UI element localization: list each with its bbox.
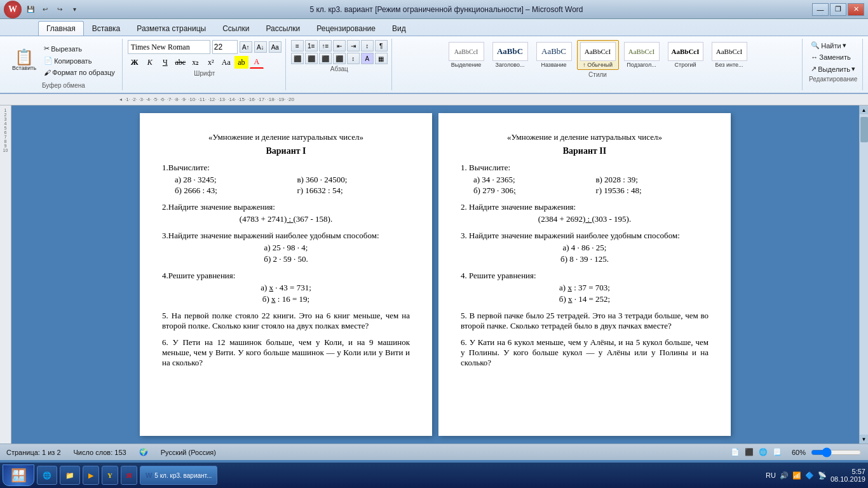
clear-format-button[interactable]: Aa [269,41,281,53]
format-painter-button[interactable]: 🖌Формат по образцу [41,67,118,78]
cut-button[interactable]: ✂Вырезать [41,43,118,54]
view-draft-icon[interactable]: 📃 [773,448,782,456]
align-right-button[interactable]: ⬛ [319,53,332,64]
view-web-icon[interactable]: 🌐 [759,448,768,456]
qa-dropdown[interactable]: ▾ [68,3,81,16]
page1-task3-b: б) 2 · 59 · 50. [162,254,410,264]
taskbar-word[interactable]: W 5 кл. кр3. вариант... [140,466,217,485]
paste-button[interactable]: 📋 Вставить [9,48,39,73]
zoom-slider[interactable] [811,449,862,456]
taskbar-ie[interactable]: 🌐 [37,466,57,485]
grow-font-button[interactable]: A↑ [240,41,252,53]
replace-button[interactable]: ↔ Заменить [808,52,858,62]
sort-button[interactable]: ↕ [361,40,374,51]
tab-review[interactable]: Рецензирование [308,21,384,36]
taskbar-ya2[interactable]: Я [121,466,137,485]
align-justify-button[interactable]: ⬛ [333,53,346,64]
redo-quick-btn[interactable]: ↪ [53,3,66,16]
page2-task4: 4. Решите уравнения: а) x : 37 = 703; б)… [461,271,709,304]
restore-button[interactable]: ❐ [830,3,846,16]
scroll-thumb[interactable] [860,117,868,142]
shading-button[interactable]: A [361,53,374,64]
multilevel-list-button[interactable]: ↑≡ [319,40,332,51]
save-quick-btn[interactable]: 💾 [24,3,37,16]
font-group: A↑ A↓ Aa Ж К Ч abc x₂ x² Aa ab A Шрифт [124,39,286,90]
editing-buttons: 🔍 Найти ▾ ↔ Заменить ↗ Выделить ▾ [808,40,858,74]
editing-group: 🔍 Найти ▾ ↔ Заменить ↗ Выделить ▾ Редакт… [804,39,863,90]
undo-quick-btn[interactable]: ↩ [39,3,51,16]
bluetooth-icon[interactable]: 🔷 [805,471,814,480]
page2-task1-header: 1. Вычислите: [461,163,709,173]
tab-view[interactable]: Вид [384,21,414,36]
office-button[interactable]: W [4,1,22,18]
superscript-button[interactable]: x² [204,56,218,69]
lang-indicator[interactable]: RU [766,471,776,479]
page2-task1-v: в) 2028 : 39; [595,175,709,185]
volume-icon[interactable]: 🔊 [780,471,789,480]
scroll-down-button[interactable]: ▼ [860,435,869,444]
view-fullscreen-icon[interactable]: ⬛ [745,448,754,456]
highlight-button[interactable]: ab [234,56,248,69]
italic-button[interactable]: К [143,56,157,69]
style-selection[interactable]: AaBbCcI Выделение [445,40,487,70]
tab-layout[interactable]: Разметка страницы [128,21,214,36]
shrink-font-button[interactable]: A↓ [254,41,267,53]
page2-task4-a: а) x : 37 = 703; [461,283,709,293]
select-button[interactable]: ↗ Выделить ▾ [808,64,858,74]
close-button[interactable]: ✕ [848,3,864,16]
numbered-list-button[interactable]: 1≡ [305,40,318,51]
editing-label: Редактирование [809,76,857,83]
page1-task4-b: б) x : 16 = 19; [162,294,410,304]
taskbar-explorer[interactable]: 📁 [60,466,80,485]
line-spacing-button[interactable]: ↕ [347,53,360,64]
page1-task6: 6. У Пети на 12 машинок больше, чем у Ко… [162,337,410,368]
style-title[interactable]: AaBbC Название [533,40,575,70]
signal-icon: 📡 [818,471,827,480]
underline-button[interactable]: Ч [158,56,172,69]
style-no-interval[interactable]: AaBbCcI Без инте... [709,40,750,70]
font-color-button[interactable]: A [250,56,264,69]
align-center-button[interactable]: ⬛ [305,53,318,64]
decrease-indent-button[interactable]: ⇤ [333,40,346,51]
page1-task5-text: 5. На первой полке стояло 22 книги. Это … [162,311,410,331]
styles-list: AaBbCcI Выделение AaBbC Заголово... AaBb… [445,40,750,70]
strikethrough-button[interactable]: abc [173,56,187,69]
subscript-button[interactable]: x₂ [189,56,203,69]
view-print-icon[interactable]: 📄 [731,448,740,456]
styles-group: AaBbCcI Выделение AaBbC Заголово... AaBb… [393,39,803,90]
bold-button[interactable]: Ж [128,56,142,69]
taskbar-media[interactable]: ▶ [83,466,99,485]
scroll-up-button[interactable]: ▲ [860,105,869,114]
border-button[interactable]: ▦ [375,53,388,64]
find-button[interactable]: 🔍 Найти ▾ [808,40,858,51]
font-name-input[interactable] [128,40,210,54]
network-icon[interactable]: 📶 [792,471,801,480]
start-button[interactable]: 🪟 [3,464,34,486]
minimize-button[interactable]: — [812,3,829,16]
page2-task1-row2: б) 279 · 306; г) 19536 : 48; [473,186,709,196]
explorer-icon: 📁 [65,471,74,480]
increase-indent-button[interactable]: ⇥ [347,40,360,51]
page2-task1-b-dot: ; [513,186,516,195]
show-marks-button[interactable]: ¶ [375,40,388,51]
language-indicator: Русский (Россия) [161,449,216,456]
copy-button[interactable]: 📄Копировать [41,55,118,66]
text-effects-button[interactable]: Aa [219,56,233,69]
style-strict[interactable]: AaBbCcI Строгий [665,40,707,70]
window-controls: — ❐ ✕ [812,3,864,16]
tab-home[interactable]: Главная [38,21,84,36]
styles-label: Стили [588,71,607,78]
tab-insert[interactable]: Вставка [84,21,129,36]
tab-references[interactable]: Ссылки [214,21,257,36]
style-subtitle[interactable]: AaBbCcI Подзагол... [621,40,663,70]
bullet-list-button[interactable]: ≡ [291,40,304,51]
align-left-button[interactable]: ⬛ [291,53,304,64]
taskbar-yandex[interactable]: Y [102,466,118,485]
page1-task1-body: а) 28 · 3245; в) 360 · 24500; б) 2666 : … [162,175,410,196]
page2-task1: 1. Вычислите: а) 34 · 2365; в) 2028 : 39… [461,163,709,196]
font-size-input[interactable] [212,40,238,54]
style-normal[interactable]: AaBbCcI ↑ Обычный [577,40,619,70]
page2-title: «Умножение и деление натуральных чисел» [461,132,709,142]
tab-mailings[interactable]: Рассылки [257,21,308,36]
style-heading[interactable]: AaBbC Заголово... [489,40,531,70]
